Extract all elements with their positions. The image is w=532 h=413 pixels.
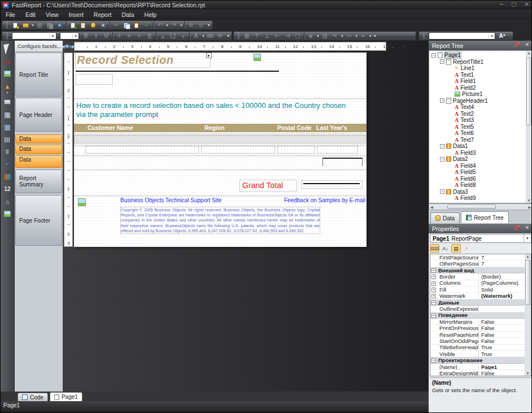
band-report-summary[interactable]: Report Summary — [15, 169, 62, 193]
tree-node-text1[interactable]: AText1 — [429, 72, 474, 79]
property-value[interactable]: Page1 — [479, 364, 525, 369]
text1-object[interactable] — [76, 74, 113, 85]
new-report-page-button[interactable] — [68, 21, 78, 29]
new-dialog-page-button[interactable] — [78, 21, 88, 29]
tree-node-picture1[interactable]: Picture1 — [429, 91, 483, 98]
property-category-данные[interactable]: −Данные — [430, 299, 525, 306]
property-row-printonpreviousp[interactable]: PrintOnPreviousPFalse — [430, 325, 525, 331]
toolbar-grip[interactable] — [238, 33, 239, 39]
collapse-icon[interactable]: − — [431, 268, 436, 273]
property-value[interactable]: 7 — [479, 254, 525, 260]
copyright-text-object[interactable]: Copyright © 2005 Business Objects. All r… — [120, 207, 320, 234]
toolbar-grip[interactable] — [423, 33, 425, 39]
property-value[interactable]: (PageColumns) — [479, 280, 525, 286]
property-row-fill[interactable]: +FillSolid — [430, 286, 525, 293]
configure-bands-button[interactable]: Configure bands... — [15, 41, 63, 52]
property-row-border[interactable]: +Border(Border) — [430, 273, 525, 280]
pin-icon[interactable]: 📌 — [514, 42, 520, 47]
doc-tab-code[interactable]: Code — [18, 393, 48, 401]
property-value[interactable]: (Border) — [479, 273, 525, 279]
close-icon[interactable]: ✕ — [525, 225, 529, 231]
subreport-object-button[interactable] — [2, 97, 13, 107]
grand-total-text[interactable]: Grand Total — [242, 181, 283, 190]
chevron-down-icon[interactable]: ▼ — [6, 91, 9, 94]
maximize-button[interactable]: ▢ — [511, 1, 516, 7]
collapse-icon[interactable]: − — [431, 314, 436, 318]
copy-button[interactable] — [121, 21, 132, 29]
font-name-combo[interactable]: ▼ — [12, 32, 56, 40]
open-report-button[interactable] — [20, 21, 30, 29]
band-data[interactable]: Data — [15, 134, 62, 144]
align-center-button[interactable]: ≡ — [124, 32, 134, 40]
new-report-button[interactable] — [10, 21, 20, 29]
tree-node-text3[interactable]: AText3 — [429, 117, 474, 124]
property-value[interactable]: True — [479, 351, 525, 357]
toolbar-overflow-icon[interactable]: ▾ — [227, 33, 229, 38]
align-top-button[interactable]: ⫠ — [158, 32, 168, 40]
zip-code-object-button[interactable]: ⌂ — [2, 197, 13, 206]
save-all-button[interactable] — [45, 21, 55, 29]
property-value[interactable]: False — [479, 332, 525, 337]
page-setup-button[interactable] — [98, 21, 108, 29]
tree-node-field8[interactable]: AField8 — [429, 182, 476, 189]
field5-object[interactable] — [201, 146, 275, 154]
save-report-button[interactable] — [34, 21, 45, 29]
tree-node-data3[interactable]: −Data3 — [429, 189, 468, 195]
underline-button[interactable]: U — [101, 32, 111, 40]
tree-node-line1[interactable]: ✎Line1 — [429, 65, 474, 72]
chart-object-button[interactable] — [2, 172, 13, 181]
property-value[interactable]: (Watermark) — [479, 293, 525, 298]
barcode-object-button[interactable]: ||| — [2, 134, 13, 144]
property-row-extradesignwidth[interactable]: ExtraDesignWidthFalse — [430, 370, 525, 376]
property-row-name[interactable]: (Name)Page1 — [430, 364, 525, 370]
border-left-button[interactable]: ⊢ — [272, 32, 282, 40]
property-row-otherpagessourc[interactable]: OtherPagesSourc7 — [430, 260, 525, 267]
property-value[interactable] — [479, 306, 525, 311]
tree-vertical-scrollbar[interactable]: ▲ ▼ — [526, 51, 532, 203]
ungroup-button[interactable]: ⧉ — [196, 21, 206, 29]
ole-picture-object-button[interactable] — [2, 209, 13, 219]
summary-line-object[interactable] — [302, 180, 363, 189]
bold-button[interactable]: B — [81, 32, 91, 40]
ruler-splitter-icon[interactable]: ◀�6▶ — [64, 42, 73, 50]
format-painter-button[interactable]: ✔ — [142, 21, 152, 29]
band-page-header[interactable]: Page Header — [15, 98, 62, 132]
border-none-button[interactable]: ▢ — [293, 32, 303, 40]
align-middle-button[interactable]: ⼐ — [168, 32, 178, 40]
field8-object[interactable] — [317, 146, 358, 154]
border-all-button[interactable]: ▦ — [242, 32, 252, 40]
panel-tab-report-tree[interactable]: Report Tree — [461, 211, 509, 223]
field3-object[interactable] — [74, 135, 366, 144]
matrix-object-button[interactable]: ▦ — [2, 122, 13, 132]
shapes-object-button[interactable]: ▲ — [2, 81, 13, 91]
categorized-view-button[interactable]: ⊟⊟ — [430, 244, 439, 253]
collapse-icon[interactable]: − — [440, 59, 444, 64]
column-header-label[interactable]: Customer Name — [88, 124, 133, 131]
property-category-проектирование[interactable]: −Проектирование — [430, 357, 525, 363]
menu-report[interactable]: Report — [89, 10, 117, 19]
property-row-watermark[interactable]: +Watermark(Watermark) — [430, 293, 525, 299]
tree-node-field2[interactable]: AField2 — [429, 85, 476, 92]
property-row-mirrormargins[interactable]: MirrorMarginsFalse — [430, 319, 525, 325]
footer-picture-object[interactable] — [78, 198, 86, 206]
column-header-row[interactable]: Customer NameRegionPostal CodeLast Year'… — [74, 124, 367, 132]
style-editor-button[interactable]: Aª — [497, 32, 507, 40]
line-color-button[interactable]: ✎ — [330, 32, 340, 40]
expand-icon[interactable]: + — [431, 275, 436, 279]
menu-help[interactable]: Help — [139, 10, 162, 19]
menu-view[interactable]: View — [41, 10, 64, 19]
tree-horizontal-scrollbar[interactable]: ◀ ▶ — [429, 203, 532, 210]
border-bottom-button[interactable]: ⊥ — [262, 32, 272, 40]
band-page-footer[interactable]: Page Footer — [15, 195, 62, 246]
border-right-button[interactable]: ⊣ — [282, 32, 293, 40]
tree-node-reporttitle1[interactable]: −ReportTitle1 — [429, 59, 483, 66]
band-report-title[interactable]: Report Title — [15, 53, 62, 97]
picture-object-button[interactable] — [2, 69, 13, 79]
undo-button[interactable]: ↶ — [155, 21, 165, 29]
style-combo[interactable]: ▼ — [429, 32, 495, 40]
checkbox-object-button[interactable]: ✔ — [2, 159, 13, 169]
new-data-source-button[interactable] — [88, 21, 98, 29]
feedback-link-text[interactable]: Feedback on Samples by E-mail — [284, 197, 365, 203]
line-style-button[interactable]: ― — [344, 32, 354, 40]
field6-object[interactable] — [277, 146, 315, 154]
